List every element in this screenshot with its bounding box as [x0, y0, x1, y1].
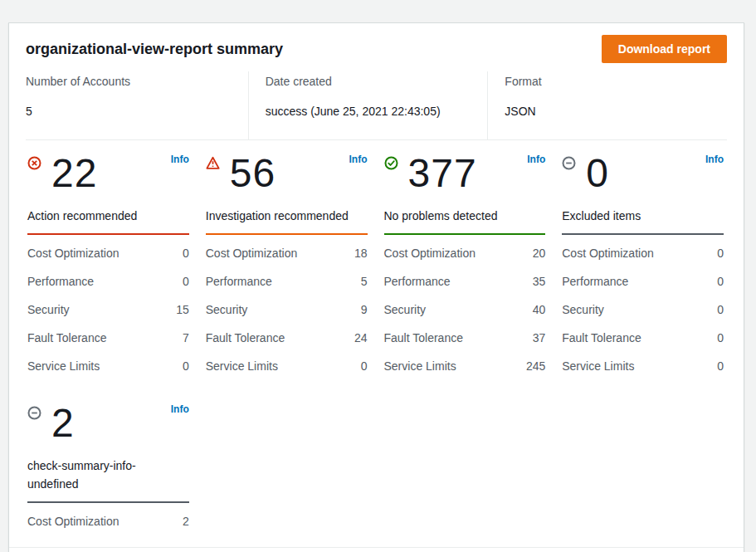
meta-number-of-accounts: Number of Accounts 5 — [26, 71, 248, 139]
summary-cards-grid: 22 Info Action recommended Cost Optimiza… — [9, 140, 744, 547]
card-count: 22 — [51, 152, 189, 195]
category-label: Performance — [562, 273, 628, 290]
error-circle-icon — [27, 156, 41, 170]
category-label: Cost Optimization — [27, 245, 119, 261]
category-value: 0 — [717, 245, 724, 261]
page-title: organizational-view-report summary — [26, 41, 283, 58]
category-row: Cost Optimization 0 — [27, 239, 189, 267]
card-investigation-recommended: 56 Info Investigation recommended Cost O… — [206, 152, 368, 380]
report-summary-panel: organizational-view-report summary Downl… — [8, 22, 744, 552]
category-row: Service Limits 245 — [384, 352, 546, 380]
category-row: Fault Tolerance 24 — [206, 324, 368, 352]
category-row: Cost Optimization 2 — [27, 507, 189, 535]
category-label: Performance — [206, 273, 272, 290]
grid-spacer — [206, 402, 368, 535]
info-link[interactable]: Info — [527, 154, 545, 165]
category-label: Performance — [384, 273, 451, 290]
card-rows: Cost Optimization 2 — [27, 507, 189, 535]
grid-spacer — [562, 402, 724, 535]
category-label: Performance — [27, 273, 94, 290]
card-rows: Cost Optimization 0 Performance 0 Securi… — [562, 239, 724, 380]
info-link[interactable]: Info — [171, 403, 189, 415]
card-action-recommended: 22 Info Action recommended Cost Optimiza… — [27, 152, 189, 380]
info-link[interactable]: Info — [349, 154, 368, 165]
category-label: Cost Optimization — [27, 513, 119, 530]
meta-format: Format JSON — [487, 71, 727, 139]
category-row: Fault Tolerance 7 — [27, 324, 189, 352]
category-label: Security — [384, 301, 427, 318]
category-value: 0 — [183, 358, 189, 374]
card-top: 377 Info — [384, 152, 546, 202]
category-row: Service Limits 0 — [206, 352, 368, 380]
card-rows: Cost Optimization 0 Performance 0 Securi… — [27, 239, 189, 380]
card-top: 2 Info — [27, 402, 189, 452]
category-value: 40 — [533, 301, 546, 318]
category-row: Cost Optimization 18 — [206, 239, 368, 267]
category-label: Security — [562, 301, 604, 318]
category-value: 0 — [717, 330, 724, 346]
card-label: Excluded items — [562, 209, 641, 222]
category-row: Performance 35 — [384, 267, 546, 296]
category-label: Fault Tolerance — [27, 330, 106, 346]
category-row: Performance 5 — [206, 267, 368, 296]
category-row: Fault Tolerance 37 — [384, 324, 546, 352]
card-label-underline: Excluded items — [562, 202, 724, 235]
category-label: Service Limits — [384, 358, 456, 374]
minus-circle-icon — [562, 156, 576, 170]
meta-value: success (June 25, 2021 22:43:05) — [266, 103, 488, 120]
minus-circle-icon — [27, 406, 41, 420]
card-check-summary-info-undefined: 2 Info check-summary-info-undefined Cost… — [27, 402, 189, 535]
category-row: Security 9 — [206, 296, 368, 324]
card-label-underline: Action recommended — [27, 202, 189, 235]
category-value: 5 — [361, 273, 368, 290]
card-label: No problems detected — [384, 209, 498, 222]
meta-date-created: Date created success (June 25, 2021 22:4… — [248, 71, 488, 139]
category-label: Fault Tolerance — [562, 330, 641, 346]
potential-monthly-savings: Potential monthly savings $8,009.82 — [9, 547, 744, 552]
meta-label: Number of Accounts — [26, 73, 248, 90]
category-row: Fault Tolerance 0 — [562, 324, 724, 352]
info-link[interactable]: Info — [171, 154, 189, 165]
category-row: Performance 0 — [27, 267, 189, 296]
category-row: Cost Optimization 0 — [562, 239, 724, 267]
card-label: Action recommended — [27, 209, 137, 222]
category-label: Service Limits — [206, 358, 278, 374]
category-label: Fault Tolerance — [384, 330, 463, 346]
category-value: 0 — [183, 273, 189, 290]
meta-value: 5 — [26, 103, 248, 120]
card-rows: Cost Optimization 20 Performance 35 Secu… — [384, 239, 546, 380]
category-value: 20 — [533, 245, 546, 261]
category-value: 0 — [717, 301, 724, 318]
category-label: Service Limits — [562, 358, 634, 374]
card-label-underline: check-summary-info-undefined — [27, 452, 189, 503]
category-value: 37 — [533, 330, 546, 346]
category-row: Performance 0 — [562, 267, 724, 296]
info-link[interactable]: Info — [705, 154, 724, 165]
category-row: Security 40 — [384, 296, 546, 324]
category-row: Security 0 — [562, 296, 724, 324]
panel-header: organizational-view-report summary Downl… — [9, 23, 744, 71]
card-rows: Cost Optimization 18 Performance 5 Secur… — [206, 239, 368, 380]
card-count: 56 — [230, 152, 368, 195]
card-top: 56 Info — [206, 152, 368, 202]
category-value: 35 — [533, 273, 546, 290]
category-value: 0 — [361, 358, 368, 374]
meta-label: Date created — [266, 73, 488, 90]
report-meta: Number of Accounts 5 Date created succes… — [26, 71, 727, 140]
category-label: Cost Optimization — [562, 245, 653, 261]
download-report-button[interactable]: Download report — [602, 35, 727, 63]
category-label: Security — [27, 301, 70, 318]
category-label: Fault Tolerance — [206, 330, 285, 346]
card-no-problems-detected: 377 Info No problems detected Cost Optim… — [384, 152, 546, 380]
card-count: 0 — [586, 152, 724, 195]
category-value: 0 — [717, 358, 724, 374]
category-value: 245 — [526, 358, 545, 374]
category-value: 9 — [361, 301, 368, 318]
card-count: 377 — [408, 152, 546, 195]
category-value: 2 — [183, 513, 189, 530]
category-row: Security 15 — [27, 296, 189, 324]
category-value: 15 — [176, 301, 189, 318]
category-label: Cost Optimization — [384, 245, 476, 261]
warning-triangle-icon — [206, 156, 220, 170]
category-row: Service Limits 0 — [562, 352, 724, 380]
